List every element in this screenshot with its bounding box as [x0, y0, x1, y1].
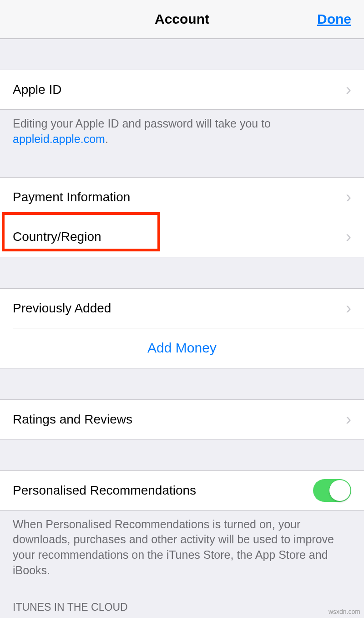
chevron-right-icon: › [346, 80, 351, 99]
page-title: Account [155, 11, 209, 27]
ratings-reviews-label: Ratings and Reviews [13, 412, 341, 427]
ratings-reviews-row[interactable]: Ratings and Reviews › [0, 399, 364, 439]
apple-id-label: Apple ID [13, 82, 341, 97]
section-gap [0, 157, 364, 177]
personalised-recs-toggle[interactable] [313, 479, 351, 502]
apple-id-footer-pre: Editing your Apple ID and password will … [13, 117, 271, 130]
chevron-right-icon: › [346, 188, 351, 207]
itunes-cloud-header: iTUNES IN THE CLOUD [0, 588, 364, 618]
toggle-knob [329, 480, 350, 501]
personalised-recs-label: Personalised Recommendations [13, 483, 313, 498]
payment-group: Payment Information › Country/Region › [0, 177, 364, 257]
section-gap [0, 257, 364, 288]
payment-information-label: Payment Information [13, 190, 341, 204]
payment-information-row[interactable]: Payment Information › [0, 177, 364, 217]
apple-id-link[interactable]: appleid.apple.com [13, 133, 105, 145]
recs-footer: When Personalised Recommendations is tur… [0, 511, 364, 588]
chevron-right-icon: › [346, 410, 351, 429]
watermark: wsxdn.com [329, 608, 360, 615]
money-group: Previously Added › Add Money [0, 288, 364, 368]
country-region-label: Country/Region [13, 230, 341, 244]
previously-added-label: Previously Added [13, 301, 341, 316]
section-gap [0, 39, 364, 70]
previously-added-row[interactable]: Previously Added › [0, 288, 364, 328]
apple-id-footer: Editing your Apple ID and password will … [0, 110, 364, 157]
ratings-group: Ratings and Reviews › [0, 399, 364, 439]
personalised-recs-row[interactable]: Personalised Recommendations [0, 470, 364, 511]
done-button[interactable]: Done [317, 11, 351, 27]
navigation-bar: Account Done [0, 0, 364, 39]
apple-id-group: Apple ID › [0, 70, 364, 110]
chevron-right-icon: › [346, 299, 351, 318]
apple-id-row[interactable]: Apple ID › [0, 70, 364, 110]
add-money-link: Add Money [147, 340, 217, 356]
section-gap [0, 439, 364, 470]
add-money-row[interactable]: Add Money [0, 328, 364, 368]
apple-id-footer-post: . [105, 133, 108, 145]
chevron-right-icon: › [346, 227, 351, 246]
country-region-row[interactable]: Country/Region › [0, 217, 364, 257]
section-gap [0, 368, 364, 399]
recs-group: Personalised Recommendations [0, 470, 364, 511]
